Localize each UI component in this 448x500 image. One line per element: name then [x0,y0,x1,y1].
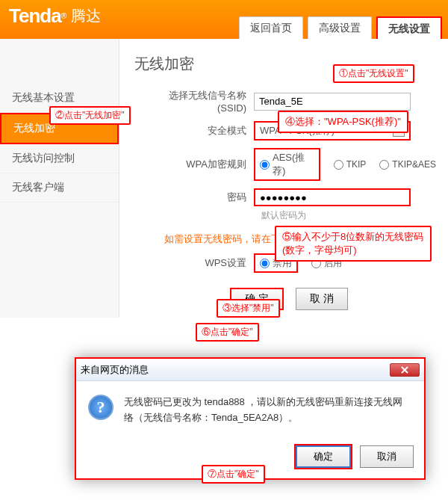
annotation-2: ②点击"无线加密" [49,106,131,125]
pwd-label: 密码 [142,191,254,204]
dialog-close-button[interactable] [390,363,420,377]
mode-label: 安全模式 [142,124,254,138]
brand-name: Tenda [9,4,61,28]
confirm-dialog: 来自网页的消息 ? 无线密码已更改为 tenda888 ，请以新的无线密码重新连… [75,357,426,480]
pwd-hint: 默认密码为 [261,209,436,222]
form-buttons: 确 定 取 消 [142,288,436,310]
question-icon: ? [88,395,113,420]
sidebar-item-clients[interactable]: 无线客户端 [0,173,119,203]
annotation-6: ⑥点击"确定" [196,323,259,342]
wps-label: WPS设置 [142,256,254,270]
radio-aes[interactable] [260,160,270,170]
annotation-4: ④选择："WPA-PSK(推荐)" [278,111,408,133]
tab-wireless[interactable]: 无线设置 [376,16,442,39]
dialog-ok-button[interactable]: 确定 [296,445,351,468]
dialog-cancel-button[interactable]: 取消 [360,445,414,468]
radio-both-label: TKIP&AES [392,159,436,170]
ssid-label: 选择无线信号名称(SSID) [142,89,254,114]
password-input[interactable] [254,188,411,206]
radio-wps-disable[interactable] [260,259,270,268]
radio-aes-label: AES(推荐) [273,151,314,178]
registered-icon: ® [61,12,66,20]
top-nav: 返回首页 高级设置 无线设置 [239,16,442,39]
tab-advanced[interactable]: 高级设置 [308,16,372,39]
rule-label: WPA加密规则 [142,158,254,171]
radio-aes-box: AES(推荐) [254,148,320,181]
dialog-title: 来自网页的消息 [81,363,149,377]
brand-cn: 腾达 [71,6,101,26]
dialog-titlebar[interactable]: 来自网页的消息 [76,359,424,381]
annotation-7: ⑦点击"确定" [202,465,265,484]
close-icon [401,366,408,374]
radio-tkip[interactable] [334,160,343,170]
sidebar-item-access[interactable]: 无线访问控制 [0,144,119,173]
sidebar: 无线基本设置 无线加密 无线访问控制 无线客户端 [0,39,119,318]
cancel-button[interactable]: 取 消 [296,288,348,310]
radio-tkip-label: TKIP [346,159,367,170]
radio-both[interactable] [379,160,389,170]
annotation-5: ⑤输入不少于8位数新的无线密码(数字，字母均可) [275,226,432,262]
dialog-message: 无线密码已更改为 tenda888 ，请以新的无线密码重新连接无线网络（无线信号… [124,395,412,426]
app-header: Tenda ® 腾达 返回首页 高级设置 无线设置 [0,0,448,39]
annotation-1: ①点击"无线设置" [333,64,414,83]
annotation-3: ③选择"禁用" [217,299,280,318]
ssid-input[interactable] [254,93,411,111]
tab-home[interactable]: 返回首页 [239,16,303,39]
